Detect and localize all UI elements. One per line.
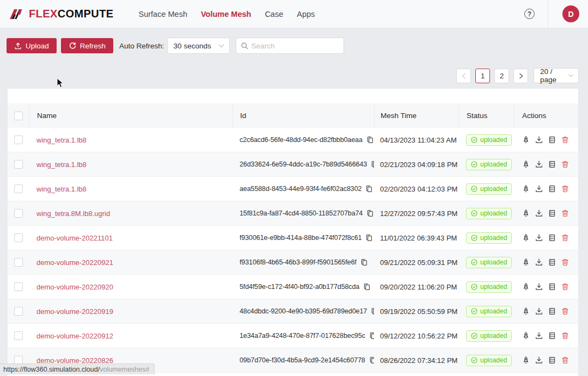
- new-case-rocket-icon[interactable]: [522, 258, 530, 267]
- flexcompute-logo[interactable]: FLEXCOMPUTE: [9, 8, 114, 21]
- mesh-id: f93106f8-4b65-46b3-899f-f5901565fe6f: [240, 258, 357, 266]
- log-icon[interactable]: [548, 135, 556, 144]
- new-case-rocket-icon[interactable]: [522, 282, 530, 291]
- copy-id-icon[interactable]: [366, 136, 374, 144]
- log-icon[interactable]: [548, 160, 556, 169]
- download-icon[interactable]: [535, 258, 543, 267]
- mesh-id: aea5588d-8453-44e9-93f4-fe6f02ac8302: [240, 185, 362, 193]
- row-checkbox[interactable]: [14, 184, 23, 193]
- log-icon[interactable]: [548, 233, 556, 242]
- mesh-name-link[interactable]: demo-volume-20220921: [36, 258, 113, 267]
- delete-icon[interactable]: [561, 282, 569, 291]
- log-icon[interactable]: [548, 258, 556, 267]
- row-checkbox[interactable]: [14, 135, 23, 144]
- row-checkbox[interactable]: [14, 209, 23, 218]
- mesh-name-link[interactable]: demo-volume-20220912: [36, 332, 113, 340]
- nav-item-surface-mesh[interactable]: Surface Mesh: [139, 10, 187, 19]
- row-checkbox[interactable]: [14, 233, 23, 242]
- upload-icon: [14, 42, 22, 50]
- row-checkbox[interactable]: [14, 331, 23, 340]
- mesh-name-link[interactable]: wing_tetra.1.lb8: [36, 185, 87, 193]
- row-checkbox[interactable]: [14, 307, 23, 316]
- user-avatar[interactable]: D: [562, 5, 579, 22]
- new-case-rocket-icon[interactable]: [522, 184, 530, 193]
- download-icon[interactable]: [535, 135, 543, 144]
- delete-icon[interactable]: [561, 356, 569, 365]
- download-icon[interactable]: [535, 307, 543, 316]
- new-case-rocket-icon[interactable]: [522, 307, 530, 316]
- chevron-down-icon: [218, 44, 224, 48]
- mesh-id: c2c6acd6-56fe-48dd-94ec-d82fbbb0aeaa: [240, 136, 363, 144]
- delete-icon[interactable]: [561, 209, 569, 218]
- download-icon[interactable]: [535, 233, 543, 242]
- select-all-checkbox[interactable]: [14, 112, 23, 120]
- mesh-name-link[interactable]: wing_tetra.8M.lb8.ugrid: [36, 209, 110, 218]
- new-case-rocket-icon[interactable]: [522, 233, 530, 242]
- help-icon[interactable]: ?: [524, 9, 535, 19]
- mesh-name-link[interactable]: wing_tetra.1.lb8: [36, 136, 87, 144]
- log-icon[interactable]: [548, 356, 556, 365]
- copy-id-icon[interactable]: [363, 283, 371, 291]
- mesh-id: f930061e-e9bb-414a-88be-474f072f8c61: [240, 234, 362, 242]
- nav-item-apps[interactable]: Apps: [297, 10, 315, 19]
- refresh-button[interactable]: Refresh: [61, 38, 113, 53]
- row-checkbox[interactable]: [14, 258, 23, 267]
- prev-page-button[interactable]: [456, 69, 471, 83]
- mesh-name-link[interactable]: demo-volume-20221101: [36, 234, 113, 242]
- delete-icon[interactable]: [561, 258, 569, 267]
- check-circle-icon: [471, 210, 477, 217]
- page-size-select[interactable]: 20 / page: [534, 68, 579, 83]
- upload-button[interactable]: Upload: [7, 38, 57, 53]
- page-button-2[interactable]: 2: [494, 69, 509, 83]
- brand-wordmark: FLEXCOMPUTE: [29, 8, 114, 20]
- mesh-name-link[interactable]: demo-volume-20220919: [36, 307, 113, 316]
- new-case-rocket-icon[interactable]: [522, 331, 530, 340]
- log-icon[interactable]: [548, 282, 556, 291]
- mesh-time: 11/01/2022 06:39:43 PM: [380, 234, 457, 242]
- status-badge: uploaded: [466, 159, 512, 170]
- status-badge-label: uploaded: [480, 307, 507, 315]
- copy-id-icon[interactable]: [360, 258, 368, 266]
- nav-item-volume-mesh[interactable]: Volume Mesh: [201, 10, 251, 19]
- chevron-down-icon: [568, 74, 573, 77]
- log-icon[interactable]: [548, 184, 556, 193]
- log-icon[interactable]: [548, 331, 556, 340]
- log-icon[interactable]: [548, 209, 556, 218]
- download-icon[interactable]: [535, 356, 543, 365]
- delete-icon[interactable]: [561, 233, 569, 242]
- delete-icon[interactable]: [561, 331, 569, 340]
- copy-id-icon[interactable]: [369, 332, 374, 340]
- status-badge: uploaded: [466, 183, 512, 195]
- delete-icon[interactable]: [561, 307, 569, 316]
- download-icon[interactable]: [535, 331, 543, 340]
- nav-item-case[interactable]: Case: [265, 10, 283, 19]
- new-case-rocket-icon[interactable]: [522, 135, 530, 144]
- row-checkbox[interactable]: [14, 160, 23, 169]
- download-icon[interactable]: [535, 160, 543, 169]
- next-page-button[interactable]: [513, 69, 528, 83]
- copy-id-icon[interactable]: [369, 356, 374, 364]
- new-case-rocket-icon[interactable]: [522, 160, 530, 169]
- search-input[interactable]: [252, 42, 339, 50]
- status-badge-label: uploaded: [480, 356, 507, 364]
- mesh-id: 1e34a7a9-4248-470e-87f7-017628bec95c: [240, 332, 365, 340]
- row-checkbox[interactable]: [14, 282, 23, 291]
- auto-refresh-select[interactable]: 30 seconds: [167, 38, 230, 54]
- copy-id-icon[interactable]: [365, 234, 373, 242]
- copy-id-icon[interactable]: [366, 209, 374, 217]
- download-icon[interactable]: [535, 184, 543, 193]
- download-icon[interactable]: [535, 282, 543, 291]
- refresh-icon: [69, 42, 76, 50]
- delete-icon[interactable]: [561, 135, 569, 144]
- copy-id-icon[interactable]: [365, 185, 373, 193]
- delete-icon[interactable]: [561, 184, 569, 193]
- page-size-value: 20 / page: [540, 67, 568, 84]
- log-icon[interactable]: [548, 307, 556, 316]
- mesh-name-link[interactable]: demo-volume-20220920: [36, 283, 113, 291]
- new-case-rocket-icon[interactable]: [522, 209, 530, 218]
- page-button-1[interactable]: 1: [475, 69, 490, 83]
- download-icon[interactable]: [535, 209, 543, 218]
- mesh-name-link[interactable]: wing_tetra.1.lb8: [36, 161, 87, 169]
- delete-icon[interactable]: [561, 160, 569, 169]
- new-case-rocket-icon[interactable]: [522, 356, 530, 365]
